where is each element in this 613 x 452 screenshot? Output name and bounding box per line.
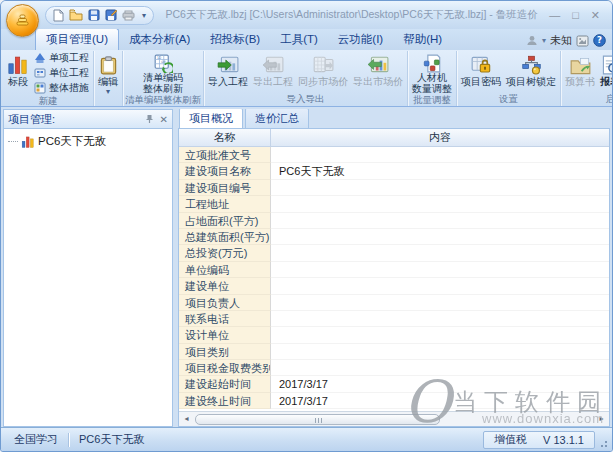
qat-dropdown-icon[interactable]: ▾ (142, 11, 146, 20)
tab-project-management[interactable]: 项目管理(U) (35, 28, 119, 50)
row-value[interactable]: PC6天下无敌 (271, 163, 609, 179)
table-row[interactable]: 工程地址 (179, 196, 609, 212)
edit-button[interactable]: 编辑 ▾ (96, 51, 120, 96)
luban-logo-icon (15, 13, 31, 29)
overall-measure-button[interactable]: 整体措施 (32, 81, 91, 95)
report-label: 报表 (600, 77, 612, 88)
row-value[interactable] (271, 360, 609, 376)
table-row[interactable]: 项目负责人 (179, 295, 609, 311)
bid-section-button[interactable]: 标段 (5, 51, 31, 95)
header-content[interactable]: 内容 (271, 129, 609, 146)
group-settings-label: 设置 (459, 93, 558, 106)
row-value[interactable] (271, 295, 609, 311)
labor-adjust-button[interactable]: 人材机 数量调整 (410, 51, 454, 94)
tab-project-overview[interactable]: 项目概况 (179, 109, 243, 128)
table-row[interactable]: 设计单位 (179, 327, 609, 343)
scroll-left-icon[interactable]: ◂ (179, 412, 194, 426)
sync-market-price-button[interactable]: 同步市场价 (296, 51, 350, 93)
tab-bidding[interactable]: 招投标(B) (200, 29, 270, 50)
table-row[interactable]: 建设起始时间 2017/3/17 (179, 376, 609, 392)
panel-close-icon[interactable]: ✕ (160, 114, 168, 125)
edit-label: 编辑 (98, 77, 118, 88)
table-row[interactable]: 项目税金取费类别 (179, 360, 609, 376)
project-tree-lock-button[interactable]: 项目树锁定 (504, 51, 558, 93)
report-button[interactable]: 报表 (598, 51, 612, 93)
maximize-button[interactable]: □ (572, 7, 579, 23)
row-name: 建设终止时间 (179, 393, 271, 409)
row-value[interactable] (271, 196, 609, 212)
scroll-right-icon[interactable]: ▸ (594, 412, 609, 426)
export-market-price-button[interactable]: 导出市场价 (351, 51, 405, 93)
import-project-button[interactable]: 导入工程 (206, 51, 250, 93)
new-file-icon[interactable] (53, 9, 64, 22)
panel-header: 项目管理: ✕ (3, 109, 173, 128)
unit-project-label: 单位工程 (49, 66, 89, 80)
row-value[interactable] (271, 327, 609, 343)
single-project-button[interactable]: 单项工程 (32, 51, 91, 65)
horizontal-scrollbar[interactable]: ◂ ▸ (179, 411, 609, 426)
scroll-thumb[interactable] (195, 414, 440, 425)
app-menu-button[interactable] (6, 4, 39, 37)
tab-help[interactable]: 帮助(H) (393, 29, 452, 50)
budget-book-button[interactable]: 预算书 (563, 51, 597, 93)
tab-cloud[interactable]: 云功能(I) (328, 29, 393, 50)
resize-grip-icon[interactable] (599, 439, 607, 447)
export-market-price-icon (367, 53, 389, 77)
status-version: V 13.1.1 (543, 434, 584, 446)
row-value[interactable] (271, 344, 609, 360)
table-row[interactable]: 项目类别 (179, 344, 609, 360)
minimize-button[interactable]: — (549, 7, 560, 23)
user-icon[interactable] (526, 35, 538, 46)
group-batch-adjust-label: 批量调整 (410, 94, 454, 106)
row-value[interactable] (271, 311, 609, 327)
ribbon: 标段 单项工程 单位工程 (1, 50, 612, 107)
print-icon[interactable] (122, 10, 135, 21)
table-row[interactable]: 建设项目名称 PC6天下无敌 (179, 163, 609, 179)
row-value[interactable]: 2017/3/17 (271, 376, 609, 392)
table-row[interactable]: 立项批准文号 (179, 147, 609, 163)
row-value[interactable]: 2017/3/17 (271, 393, 609, 409)
open-file-icon[interactable] (69, 9, 83, 21)
table-row[interactable]: 建设终止时间 2017/3/17 (179, 393, 609, 409)
table-row[interactable]: 建设项目编号 (179, 180, 609, 196)
row-value[interactable] (271, 229, 609, 245)
row-value[interactable] (271, 147, 609, 163)
group-launch: 预算书 报表 图形显示 启动 (561, 51, 612, 106)
tree-item-project[interactable]: PC6天下无敌 (8, 134, 168, 149)
table-row[interactable]: 总建筑面积(平方) (179, 229, 609, 245)
row-value[interactable] (271, 278, 609, 294)
export-project-button[interactable]: 导出工程 (251, 51, 295, 93)
tab-tools[interactable]: 工具(T) (270, 29, 328, 50)
content-area: 项目概况 造价汇总 名称 内容 立项批准文号 建设项目名称 PC6天下无敌 建设… (178, 109, 610, 427)
unit-project-icon (34, 67, 46, 79)
row-value[interactable] (271, 213, 609, 229)
edit-dropdown-icon: ▾ (106, 88, 110, 96)
labor-adjust-icon (423, 53, 441, 73)
capture-icon[interactable] (576, 35, 589, 47)
save-icon[interactable] (88, 9, 100, 21)
header-name[interactable]: 名称 (179, 129, 271, 146)
help-icon[interactable]: ? (593, 34, 606, 47)
status-tax-mode[interactable]: 增值税 (494, 432, 527, 447)
row-value[interactable] (271, 245, 609, 261)
row-name: 总建筑面积(平方) (179, 229, 271, 245)
unit-project-button[interactable]: 单位工程 (32, 66, 91, 80)
code-refresh-button[interactable]: 1208 清单编码 整体刷新 (141, 51, 185, 94)
table-row[interactable]: 单位编码 (179, 262, 609, 278)
table-row[interactable]: 占地面积(平方) (179, 213, 609, 229)
save-as-icon[interactable] (105, 9, 117, 21)
project-password-button[interactable]: 项目密码 (459, 51, 503, 93)
account-label[interactable]: 未知 (550, 33, 572, 48)
table-row[interactable]: 联系电话 (179, 311, 609, 327)
group-code-refresh-label: 清单编码整体刷新 (125, 94, 201, 106)
pin-icon[interactable] (145, 114, 154, 124)
close-button[interactable]: ✕ (591, 7, 600, 23)
row-value[interactable] (271, 262, 609, 278)
table-row[interactable]: 建设单位 (179, 278, 609, 294)
status-mode[interactable]: 全国学习 (4, 432, 68, 447)
table-row[interactable]: 总投资(万元) (179, 245, 609, 261)
row-value[interactable] (271, 180, 609, 196)
tab-cost-analysis[interactable]: 成本分析(A) (119, 29, 200, 50)
tab-cost-summary[interactable]: 造价汇总 (245, 109, 309, 128)
account-dropdown-icon[interactable]: ▾ (542, 36, 546, 45)
